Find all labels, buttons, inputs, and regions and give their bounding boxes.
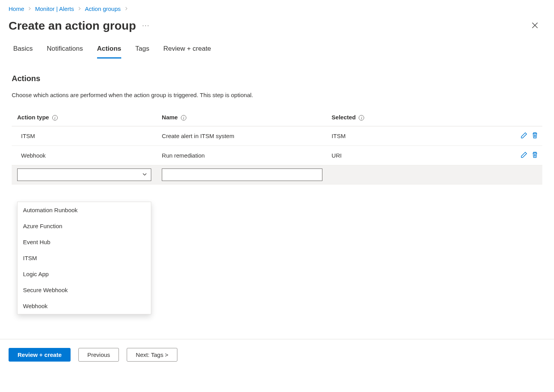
actions-table: Action type i Name i Selected i ITSM Cre… — [12, 110, 542, 184]
content: Actions Choose which actions are perform… — [0, 59, 554, 184]
info-icon[interactable]: i — [52, 115, 58, 121]
dropdown-option[interactable]: Azure Function — [18, 218, 151, 234]
close-icon — [531, 24, 538, 30]
edit-button[interactable] — [520, 131, 528, 141]
tab-basics[interactable]: Basics — [13, 42, 33, 59]
action-name-input[interactable] — [162, 169, 322, 181]
previous-button[interactable]: Previous — [78, 348, 119, 362]
dropdown-option[interactable]: Logic App — [18, 266, 151, 282]
pencil-icon — [520, 154, 527, 160]
action-type-select[interactable] — [17, 169, 151, 181]
header-name: Name — [162, 114, 178, 121]
breadcrumb-link-home[interactable]: Home — [9, 5, 24, 12]
trash-icon — [531, 134, 538, 140]
dropdown-option[interactable]: Event Hub — [18, 234, 151, 250]
review-create-button[interactable]: Review + create — [9, 348, 71, 362]
table-row: ITSM Create alert in ITSM system ITSM — [12, 126, 542, 146]
dropdown-option[interactable]: Webhook — [18, 298, 151, 314]
tab-actions[interactable]: Actions — [97, 42, 121, 59]
page-header: Create an action group ··· — [0, 16, 554, 42]
cell-name: Create alert in ITSM system — [160, 126, 330, 146]
next-tags-button[interactable]: Next: Tags > — [127, 348, 177, 362]
chevron-right-icon — [28, 6, 32, 12]
tab-review-create[interactable]: Review + create — [163, 42, 211, 59]
cell-selected: URI — [330, 146, 500, 165]
breadcrumb-link-monitor-alerts[interactable]: Monitor | Alerts — [35, 5, 74, 12]
dropdown-option[interactable]: ITSM — [18, 250, 151, 266]
close-button[interactable] — [530, 20, 540, 32]
cell-action-type: Webhook — [12, 146, 160, 165]
tabs: Basics Notifications Actions Tags Review… — [0, 42, 554, 59]
chevron-right-icon — [124, 6, 128, 12]
action-type-input[interactable] — [17, 169, 151, 181]
chevron-right-icon — [78, 6, 81, 12]
trash-icon — [531, 154, 538, 160]
delete-button[interactable] — [531, 151, 539, 160]
new-action-row — [12, 165, 542, 184]
breadcrumb: Home Monitor | Alerts Action groups — [0, 0, 554, 16]
tab-notifications[interactable]: Notifications — [47, 42, 83, 59]
tab-tags[interactable]: Tags — [135, 42, 149, 59]
pencil-icon — [520, 134, 527, 140]
header-selected: Selected — [332, 114, 356, 121]
breadcrumb-link-action-groups[interactable]: Action groups — [85, 5, 121, 12]
cell-action-type: ITSM — [12, 126, 160, 146]
cell-selected: ITSM — [330, 126, 500, 146]
cell-name: Run remediation — [160, 146, 330, 165]
table-row: Webhook Run remediation URI — [12, 146, 542, 165]
more-icon[interactable]: ··· — [142, 22, 150, 29]
dropdown-option[interactable]: Automation Runbook — [18, 202, 151, 218]
dropdown-option[interactable]: Secure Webhook — [18, 282, 151, 298]
header-action-type: Action type — [17, 114, 49, 121]
footer: Review + create Previous Next: Tags > — [0, 339, 554, 362]
info-icon[interactable]: i — [181, 115, 186, 121]
section-description: Choose which actions are performed when … — [12, 92, 542, 98]
info-icon[interactable]: i — [359, 115, 364, 121]
edit-button[interactable] — [520, 151, 528, 160]
delete-button[interactable] — [531, 131, 539, 141]
section-title: Actions — [12, 74, 542, 83]
page-title: Create an action group — [9, 19, 136, 32]
action-type-dropdown: Automation Runbook Azure Function Event … — [17, 202, 151, 314]
